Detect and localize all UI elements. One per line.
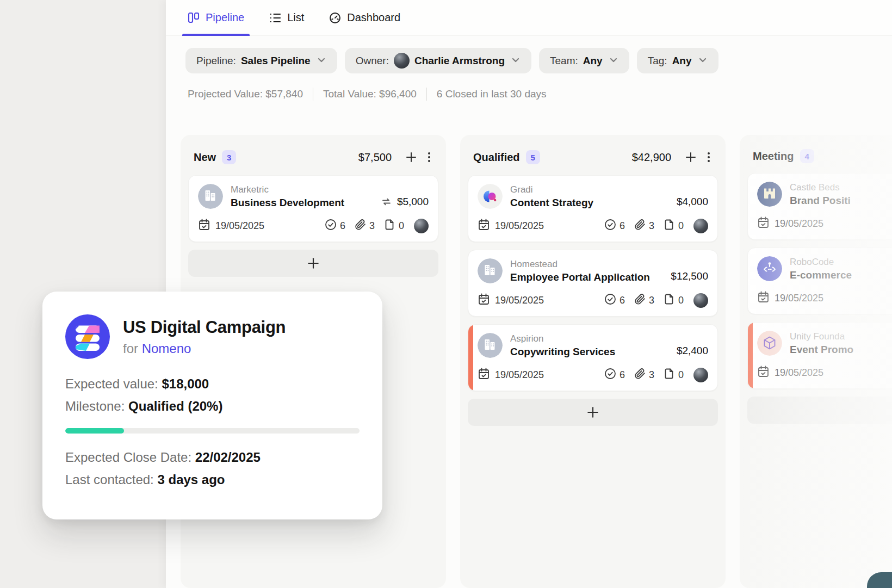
deal-title: Employee Portal Application [510, 271, 663, 283]
view-tabs: Pipeline List Dashboard [166, 0, 892, 36]
assignee-avatar [693, 293, 708, 308]
filter-owner-value: Charlie Armstrong [414, 55, 505, 67]
company-name: Gradi [510, 184, 669, 195]
file-icon [383, 219, 395, 233]
nomeno-logo [65, 314, 110, 359]
company-logo-gradi [478, 184, 503, 209]
deal-date: 19/05/2025 [775, 293, 823, 304]
filter-owner[interactable]: Owner: Charlie Armstrong [345, 48, 531, 73]
column-new-header: New 3 $7,500 [188, 143, 438, 175]
tab-dashboard[interactable]: Dashboard [329, 0, 400, 35]
chevron-down-icon [511, 55, 521, 67]
column-meeting: Meeting 4 Castle Beds Brand Positi 19/05… [740, 135, 892, 588]
paperclip-icon [354, 219, 366, 233]
filter-team-value: Any [583, 55, 603, 67]
notes-count: 0 [678, 220, 684, 232]
deal-title: Content Strategy [510, 197, 669, 209]
attachments-count: 3 [369, 220, 375, 232]
attachments-count: 3 [649, 295, 654, 306]
calendar-check-icon [757, 216, 770, 231]
company-name: Marketric [231, 184, 373, 195]
company-logo-buildings [478, 258, 503, 283]
add-card-button[interactable] [468, 399, 718, 426]
filter-tag[interactable]: Tag: Any [637, 48, 718, 73]
tab-list[interactable]: List [269, 0, 304, 35]
tasks-icon [604, 368, 616, 382]
gauge-icon [329, 12, 341, 24]
filter-team-label: Team: [550, 55, 578, 67]
add-card-button[interactable] [747, 397, 892, 424]
column-total: $7,500 [358, 151, 392, 164]
owner-avatar [394, 53, 410, 69]
column-menu-button[interactable] [425, 150, 433, 165]
column-name: Qualified [473, 151, 520, 164]
notes-count: 0 [678, 369, 684, 381]
attachments-count: 3 [649, 220, 654, 232]
company-logo-buildings [198, 184, 223, 209]
add-deal-button[interactable] [683, 149, 699, 165]
milestone-value: Qualified (20%) [128, 399, 222, 413]
deal-card-aspirion[interactable]: Aspirion Copywriting Services $2,400 19/… [468, 324, 718, 391]
calendar-check-icon [478, 367, 490, 382]
tab-pipeline-label: Pipeline [206, 11, 244, 24]
add-card-button[interactable] [188, 250, 438, 277]
projected-value: Projected Value: $57,840 [188, 88, 303, 100]
calendar-check-icon [757, 365, 770, 380]
close-date-label: Expected Close Date: [65, 450, 191, 465]
filter-pipeline[interactable]: Pipeline: Sales Pipeline [185, 48, 337, 73]
company-logo-buildings [478, 333, 503, 358]
tasks-count: 6 [340, 220, 345, 232]
company-name: Castle Beds [790, 182, 892, 193]
company-name: RoboCode [790, 257, 892, 268]
deal-amount: $4,000 [677, 196, 708, 208]
file-icon [663, 368, 675, 382]
deal-detail-fields: Expected value: $18,000 Milestone: Quali… [65, 376, 360, 487]
company-name: Unity Founda [790, 331, 892, 342]
tab-pipeline[interactable]: Pipeline [188, 0, 244, 35]
deal-card-marketric[interactable]: Marketric Business Development $5,000 19… [188, 175, 438, 242]
total-value: Total Value: $96,400 [323, 88, 417, 100]
deal-detail-title: US Digital Campaign [123, 318, 286, 337]
company-logo-cube [757, 331, 782, 356]
column-count-badge: 4 [800, 149, 814, 163]
deal-card-unity-foundation[interactable]: Unity Founda Event Promo 19/05/2025 [747, 322, 892, 389]
expected-value: $18,000 [162, 376, 209, 391]
deal-date: 19/05/2025 [215, 220, 264, 232]
filter-tag-value: Any [672, 55, 692, 67]
deal-card-robocode[interactable]: RoboCode E-commerce 19/05/2025 [747, 247, 892, 314]
expected-value-label: Expected value: [65, 376, 158, 391]
filter-owner-label: Owner: [356, 55, 389, 67]
company-name: Aspirion [510, 333, 669, 344]
column-total: $42,900 [632, 151, 671, 164]
column-menu-button[interactable] [705, 150, 713, 165]
deal-card-homestead[interactable]: Homestead Employee Portal Application $1… [468, 250, 718, 317]
add-deal-button[interactable] [403, 149, 419, 165]
calendar-check-icon [478, 218, 490, 233]
filter-pipeline-value: Sales Pipeline [241, 55, 311, 67]
filter-team[interactable]: Team: Any [539, 48, 629, 73]
calendar-check-icon [757, 290, 770, 306]
assignee-avatar [693, 219, 708, 233]
deal-detail-popover[interactable]: US Digital Campaign for Nomeno Expected … [42, 292, 382, 519]
company-logo-robot [757, 256, 782, 281]
close-date-value: 22/02/2025 [195, 450, 261, 465]
divider [313, 88, 313, 101]
milestone-label: Milestone: [65, 399, 125, 413]
assignee-avatar [414, 219, 429, 233]
company-logo-castle [757, 182, 782, 207]
column-qualified: Qualified 5 $42,900 Gradi Content Strate… [460, 135, 726, 588]
client-link[interactable]: Nomeno [142, 341, 191, 356]
paperclip-icon [634, 293, 646, 308]
kanban-icon [188, 12, 200, 24]
chevron-down-icon [609, 55, 618, 67]
deal-title: Event Promo [790, 344, 892, 356]
deal-card-gradi[interactable]: Gradi Content Strategy $4,000 19/05/2025… [468, 175, 718, 242]
chevron-down-icon [698, 55, 708, 67]
deal-card-castle-beds[interactable]: Castle Beds Brand Positi 19/05/2025 [747, 173, 892, 240]
deal-title: Copywriting Services [510, 346, 669, 358]
deal-amount: $5,000 [397, 196, 429, 208]
tab-list-label: List [287, 11, 304, 24]
tasks-icon [325, 219, 337, 233]
filter-pipeline-label: Pipeline: [196, 55, 236, 67]
deal-title: Brand Positi [790, 195, 892, 207]
